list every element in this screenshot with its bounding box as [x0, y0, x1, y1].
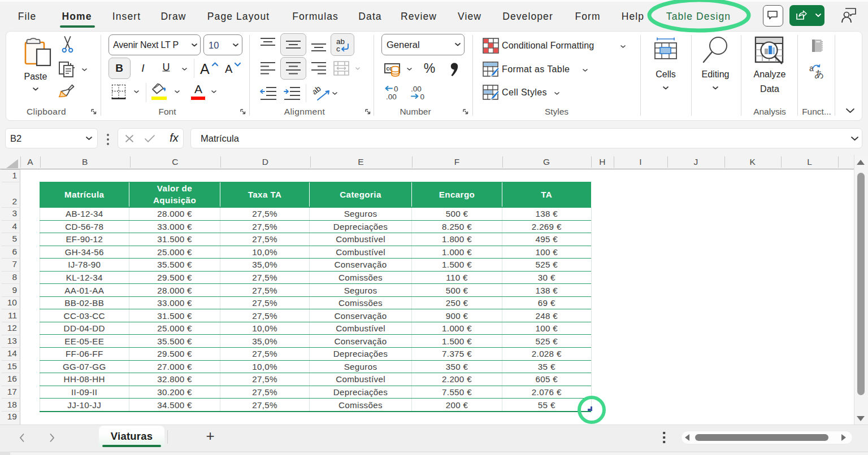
svg-text:.00: .00 [411, 85, 422, 93]
svg-text:0: 0 [420, 93, 425, 100]
svg-text:A: A [200, 61, 210, 76]
svg-text:0: 0 [394, 85, 398, 93]
svg-text:a: a [809, 64, 814, 73]
svg-text:.00: .00 [386, 93, 397, 100]
svg-text:A: A [225, 63, 233, 75]
svg-text:ab: ab [313, 85, 323, 97]
svg-text:c: c [336, 45, 340, 53]
svg-text:あ: あ [814, 69, 824, 78]
